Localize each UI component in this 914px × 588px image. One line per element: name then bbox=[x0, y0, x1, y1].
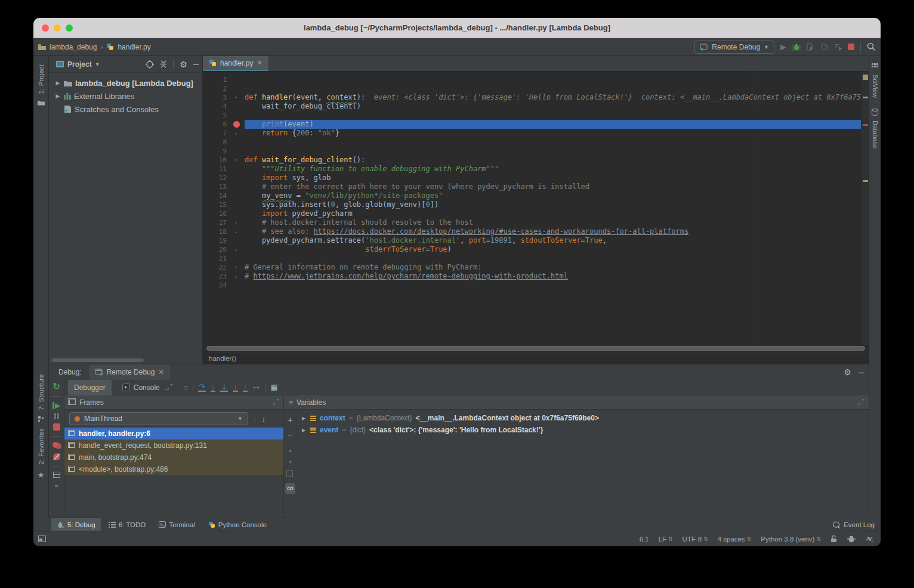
resume-button[interactable]: ▶ bbox=[53, 402, 60, 409]
breadcrumb-project[interactable]: lambda_debug bbox=[50, 43, 97, 51]
fold-marker-icon[interactable]: ▾ bbox=[234, 218, 237, 227]
add-watch-button[interactable]: + bbox=[288, 414, 293, 425]
move-watch-up-button[interactable]: ▲ bbox=[288, 447, 293, 453]
tool-button-project[interactable]: 1: Project bbox=[38, 64, 45, 94]
code-line-11[interactable]: 11 """Utility function to enable debuggi… bbox=[203, 165, 869, 174]
code-line-21[interactable]: 21 bbox=[203, 254, 869, 263]
tool-button-database[interactable]: Database bbox=[872, 120, 879, 148]
mute-breakpoints-button[interactable] bbox=[53, 453, 60, 460]
code-line-5[interactable]: 5 bbox=[203, 111, 869, 120]
tool-button-favorites[interactable]: 2: Favorites bbox=[38, 428, 45, 465]
fold-marker-icon[interactable]: ▴ bbox=[234, 227, 237, 236]
coverage-button[interactable] bbox=[807, 43, 814, 51]
code-line-2[interactable]: 2 bbox=[203, 84, 869, 93]
status-lf[interactable]: LF⇅ bbox=[659, 536, 673, 543]
run-configuration-select[interactable]: Remote Debug ▼ bbox=[694, 41, 774, 54]
code-line-9[interactable]: 9 bbox=[203, 147, 869, 156]
step-out-button[interactable]: ↑ bbox=[243, 383, 248, 392]
run-to-cursor-button[interactable]: ↦ bbox=[252, 383, 260, 391]
variable-row-context[interactable]: ▶context={LambdaContext}<__main__.Lambda… bbox=[297, 412, 869, 424]
tool-window-toggle-icon[interactable] bbox=[38, 536, 46, 542]
stop-button[interactable] bbox=[848, 44, 854, 50]
close-icon[interactable]: ✕ bbox=[257, 59, 262, 67]
move-watch-down-button[interactable]: ▼ bbox=[288, 459, 293, 465]
collapse-all-icon[interactable] bbox=[160, 60, 167, 68]
update-info-icon[interactable]: ? bbox=[865, 535, 873, 543]
tool-button-sciview[interactable]: SciView bbox=[872, 75, 879, 98]
status-python-3-8--venv-[interactable]: Python 3.8 (venv)⇅ bbox=[761, 536, 821, 543]
code-line-16[interactable]: 16 import pydevd_pycharm bbox=[203, 209, 869, 218]
fold-marker-icon[interactable]: ▾ bbox=[234, 263, 237, 272]
step-over-button[interactable]: ↷ bbox=[198, 383, 206, 392]
expand-arrow-icon[interactable]: ▶ bbox=[55, 93, 61, 99]
breadcrumb-file[interactable]: handler.py bbox=[118, 43, 150, 51]
frame-row-1[interactable]: handler, handler.py:6 bbox=[64, 428, 283, 440]
hide-panel-icon[interactable]: ─ bbox=[859, 368, 864, 377]
duplicate-watch-button[interactable] bbox=[288, 471, 293, 477]
stop-button[interactable] bbox=[53, 423, 60, 431]
run-with-button[interactable] bbox=[834, 43, 842, 51]
project-tree-item-2[interactable]: ▶External Libraries bbox=[49, 89, 202, 103]
code-line-8[interactable]: 8 bbox=[203, 138, 869, 147]
previous-frame-button[interactable]: ↑ bbox=[253, 414, 257, 423]
code-line-18[interactable]: 18▴ # see also: https://docs.docker.com/… bbox=[203, 227, 869, 236]
code-line-19[interactable]: 19 pydevd_pycharm.settrace('host.docker.… bbox=[203, 236, 869, 245]
expand-arrow-icon[interactable]: ▶ bbox=[302, 416, 307, 421]
status-utf-8[interactable]: UTF-8⇅ bbox=[683, 536, 708, 543]
remove-watch-button[interactable]: − bbox=[288, 431, 293, 441]
tool-window-tab-python-console[interactable]: Python Console bbox=[203, 518, 272, 531]
gear-icon[interactable]: ⚙ bbox=[180, 60, 187, 69]
tool-button-structure[interactable]: 7: Structure bbox=[38, 374, 45, 410]
code-line-24[interactable]: 24 bbox=[203, 281, 869, 290]
frame-row-4[interactable]: <module>, bootstrap.py:486 bbox=[64, 463, 283, 475]
tool-window-tab----todo[interactable]: 6: TODO bbox=[103, 518, 152, 531]
code-line-6[interactable]: 6 print(event) bbox=[203, 120, 869, 129]
frame-row-2[interactable]: handle_event_request, bootstrap.py:131 bbox=[64, 440, 283, 451]
thread-select[interactable]: MainThread ▼ bbox=[69, 412, 248, 425]
code-line-14[interactable]: 14 my_venv = "venv/lib/python*/site-pack… bbox=[203, 191, 869, 200]
code-line-3[interactable]: 3▾def handler(event, context): event: <c… bbox=[203, 93, 869, 102]
tab-debugger[interactable]: Debugger bbox=[68, 380, 112, 395]
step-into-button[interactable]: ↓ bbox=[211, 383, 216, 392]
run-button[interactable]: ▶ bbox=[780, 42, 786, 51]
expand-arrow-icon[interactable]: ▶ bbox=[55, 80, 61, 86]
highlighting-level-icon[interactable] bbox=[847, 536, 856, 543]
gear-icon[interactable]: ⚙ bbox=[844, 367, 851, 377]
pin-icon[interactable]: →* bbox=[270, 398, 279, 407]
code-line-4[interactable]: 4 wait_for_debug_client() bbox=[203, 102, 869, 111]
status-4-spaces[interactable]: 4 spaces⇅ bbox=[718, 536, 752, 543]
show-watches-toggle[interactable]: ∞ bbox=[285, 483, 295, 494]
editor-tab-handler-py[interactable]: handler.py ✕ bbox=[203, 56, 268, 71]
code-line-10[interactable]: 10▾def wait_for_debug_client(): bbox=[203, 156, 869, 165]
code-line-15[interactable]: 15 sys.path.insert(0, glob.glob(my_venv)… bbox=[203, 200, 869, 209]
fold-marker-icon[interactable]: ▴ bbox=[234, 129, 237, 138]
fold-marker-icon[interactable]: ▾ bbox=[234, 156, 237, 165]
breakpoint-icon[interactable] bbox=[233, 121, 240, 128]
fold-marker-icon[interactable]: ▴ bbox=[234, 245, 237, 254]
code-line-12[interactable]: 12 import sys, glob bbox=[203, 174, 869, 182]
pin-icon[interactable]: →* bbox=[855, 398, 864, 407]
debug-button[interactable] bbox=[792, 43, 801, 51]
pause-button[interactable] bbox=[54, 413, 59, 419]
frame-row-3[interactable]: main, bootstrap.py:474 bbox=[64, 451, 283, 463]
view-breakpoints-button[interactable] bbox=[53, 442, 61, 449]
project-tree-item-3[interactable]: Scratches and Consoles bbox=[49, 103, 202, 116]
code-line-23[interactable]: 23▴# https://www.jetbrains.com/help/pych… bbox=[203, 272, 869, 281]
expand-arrow-icon[interactable]: ▶ bbox=[302, 428, 307, 433]
project-panel-title[interactable]: Project bbox=[67, 60, 92, 69]
rerun-button[interactable]: ↻ bbox=[53, 382, 60, 391]
editor-breadcrumb[interactable]: handler() bbox=[203, 352, 869, 364]
close-icon[interactable]: ✕ bbox=[158, 369, 163, 376]
project-tree-item-1[interactable]: ▶lambda_debug [Lambda Debug] bbox=[49, 76, 202, 89]
show-execution-point-button[interactable]: ≡ bbox=[183, 383, 188, 392]
chevron-down-icon[interactable]: ▼ bbox=[95, 61, 100, 67]
code-line-13[interactable]: 13 # enter the correct path here to your… bbox=[203, 182, 869, 191]
code-line-22[interactable]: 22▾# General information on remote debug… bbox=[203, 263, 869, 272]
locate-file-icon[interactable] bbox=[146, 60, 154, 69]
project-horizontal-scrollbar[interactable] bbox=[51, 358, 144, 362]
fold-marker-icon[interactable]: ▾ bbox=[234, 93, 237, 102]
debug-session-tab[interactable]: Remote Debug ✕ bbox=[89, 364, 170, 380]
step-into-my-code-button[interactable]: ⇣ bbox=[220, 383, 228, 392]
code-editor[interactable]: 123▾def handler(event, context): event: … bbox=[203, 72, 869, 345]
evaluate-expression-button[interactable]: ▦ bbox=[270, 383, 277, 392]
